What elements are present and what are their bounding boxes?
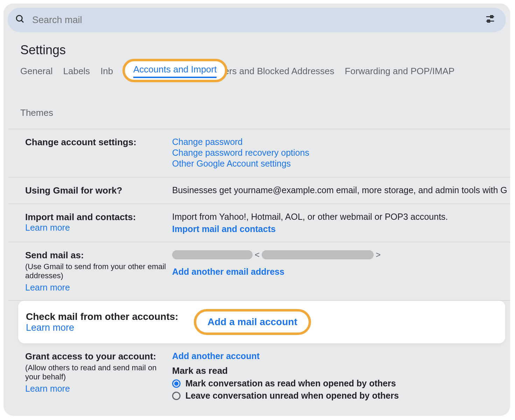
search-icon bbox=[15, 14, 32, 26]
settings-page: Settings General Labels Inb Accounts and… bbox=[3, 4, 510, 416]
gmail-work-label: Using Gmail for work? bbox=[25, 185, 167, 196]
angle-open: < bbox=[255, 250, 260, 260]
link-recovery-options[interactable]: Change password recovery options bbox=[172, 148, 309, 158]
section-import: Import mail and contacts: Learn more Imp… bbox=[8, 204, 510, 242]
send-as-learn-more[interactable]: Learn more bbox=[25, 282, 70, 293]
svg-line-1 bbox=[21, 20, 23, 22]
radio-icon-checked bbox=[172, 379, 181, 388]
tab-filters[interactable]: ters and Blocked Addresses bbox=[221, 64, 334, 79]
redacted-email bbox=[262, 250, 374, 259]
angle-close: > bbox=[376, 250, 381, 260]
redacted-name bbox=[172, 250, 253, 259]
tab-inbox[interactable]: Inb bbox=[100, 64, 113, 79]
search-bar[interactable] bbox=[8, 8, 506, 32]
section-gmail-work: Using Gmail for work? Businesses get you… bbox=[8, 177, 510, 204]
add-email-link[interactable]: Add another email address bbox=[172, 267, 284, 277]
settings-content: Settings General Labels Inb Accounts and… bbox=[3, 32, 510, 408]
grant-learn-more[interactable]: Learn more bbox=[25, 384, 70, 394]
radio-label-leave-unread: Leave conversation unread when opened by… bbox=[185, 391, 399, 401]
import-label: Import mail and contacts: bbox=[25, 212, 167, 223]
grant-sub: (Allow others to read and send mail on y… bbox=[25, 363, 167, 382]
add-another-account-link[interactable]: Add another account bbox=[172, 351, 260, 361]
tab-themes[interactable]: Themes bbox=[20, 105, 53, 120]
import-learn-more[interactable]: Learn more bbox=[25, 223, 70, 233]
import-action[interactable]: Import mail and contacts bbox=[172, 224, 276, 234]
search-input[interactable] bbox=[32, 15, 485, 26]
check-mail-learn-more[interactable]: Learn more bbox=[26, 322, 74, 333]
svg-point-0 bbox=[16, 15, 22, 21]
radio-label-mark-read: Mark conversation as read when opened by… bbox=[185, 378, 396, 388]
tab-accounts-import-highlight: Accounts and Import bbox=[122, 59, 227, 82]
section-grant-access: Grant access to your account: (Allow oth… bbox=[8, 343, 510, 408]
gmail-work-desc: Businesses get yourname@example.com emai… bbox=[172, 185, 510, 195]
send-as-label: Send mail as: bbox=[25, 250, 167, 261]
import-desc: Import from Yahoo!, Hotmail, AOL, or oth… bbox=[172, 212, 510, 222]
radio-icon-unchecked bbox=[172, 392, 181, 400]
check-mail-label: Check mail from other accounts: bbox=[26, 311, 188, 322]
section-change-account: Change account settings: Change password… bbox=[8, 129, 510, 177]
tab-forwarding[interactable]: Forwarding and POP/IMAP bbox=[345, 64, 455, 79]
send-as-address-row: < > bbox=[172, 250, 510, 260]
radio-mark-read[interactable]: Mark conversation as read when opened by… bbox=[172, 378, 510, 388]
tab-general[interactable]: General bbox=[20, 64, 53, 79]
change-account-label: Change account settings: bbox=[25, 137, 167, 148]
link-other-settings[interactable]: Other Google Account settings bbox=[172, 159, 291, 169]
page-title: Settings bbox=[3, 40, 510, 64]
grant-label: Grant access to your account: bbox=[25, 351, 167, 362]
add-mail-account-button[interactable]: Add a mail account bbox=[194, 309, 311, 335]
send-as-sub: (Use Gmail to send from your other email… bbox=[25, 262, 167, 280]
section-check-mail: Check mail from other accounts: Learn mo… bbox=[18, 301, 505, 343]
mark-read-title: Mark as read bbox=[172, 365, 510, 376]
section-send-as: Send mail as: (Use Gmail to send from yo… bbox=[8, 242, 510, 301]
link-change-password[interactable]: Change password bbox=[172, 137, 243, 147]
tab-accounts-import[interactable]: Accounts and Import bbox=[133, 62, 217, 78]
radio-leave-unread[interactable]: Leave conversation unread when opened by… bbox=[172, 391, 510, 401]
tab-labels[interactable]: Labels bbox=[63, 64, 90, 79]
tune-icon[interactable] bbox=[485, 14, 495, 26]
settings-tabs: General Labels Inb Accounts and Import t… bbox=[3, 64, 510, 120]
